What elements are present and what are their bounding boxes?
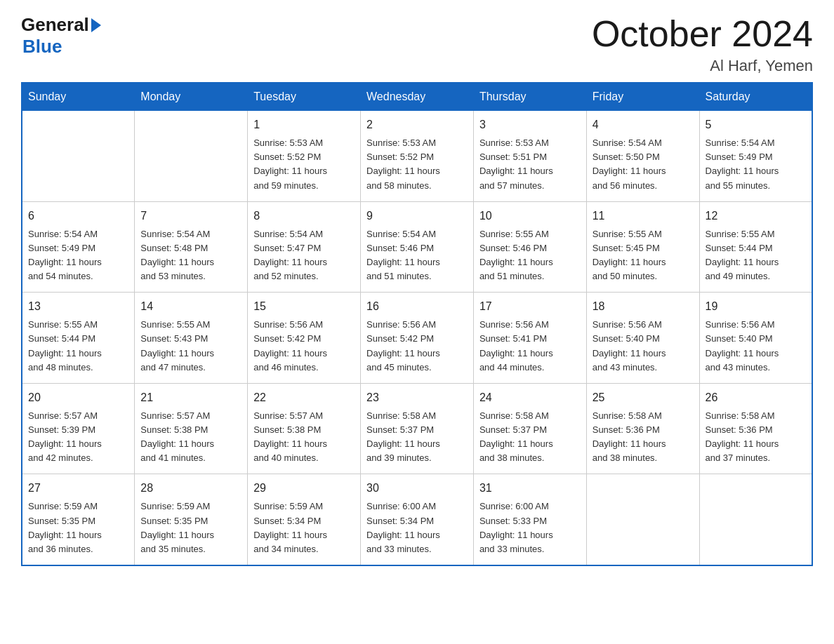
day-number: 2 [366,116,468,133]
day-number: 22 [253,389,355,406]
calendar-day-cell: 27Sunrise: 5:59 AM Sunset: 5:35 PM Dayli… [22,474,135,565]
calendar-day-cell: 3Sunrise: 5:53 AM Sunset: 5:51 PM Daylig… [473,111,586,202]
calendar-day-header: Wednesday [361,83,474,111]
calendar-week-row: 1Sunrise: 5:53 AM Sunset: 5:52 PM Daylig… [22,111,812,202]
day-number: 5 [706,116,806,133]
calendar-day-cell: 28Sunrise: 5:59 AM Sunset: 5:35 PM Dayli… [135,474,248,565]
day-number: 13 [28,298,128,315]
day-number: 26 [706,389,806,406]
day-info: Sunrise: 5:59 AM Sunset: 5:35 PM Dayligh… [140,499,241,556]
calendar-day-cell: 10Sunrise: 5:55 AM Sunset: 5:46 PM Dayli… [473,201,586,293]
calendar-day-cell: 21Sunrise: 5:57 AM Sunset: 5:38 PM Dayli… [135,383,248,474]
day-number: 3 [479,116,581,133]
logo: General Blue [21,14,101,58]
calendar-day-cell: 17Sunrise: 5:56 AM Sunset: 5:41 PM Dayli… [473,293,586,384]
day-info: Sunrise: 5:55 AM Sunset: 5:46 PM Dayligh… [479,227,581,284]
location-title: Al Harf, Yemen [592,57,813,75]
calendar-day-cell [22,111,135,202]
calendar-day-header: Tuesday [248,83,361,111]
day-number: 1 [253,116,355,133]
month-title: October 2024 [592,14,813,54]
calendar-day-cell: 1Sunrise: 5:53 AM Sunset: 5:52 PM Daylig… [248,111,361,202]
day-number: 7 [140,208,241,224]
calendar-day-cell: 25Sunrise: 5:58 AM Sunset: 5:36 PM Dayli… [586,383,699,474]
day-info: Sunrise: 5:58 AM Sunset: 5:36 PM Dayligh… [706,409,806,466]
calendar-day-cell [135,111,248,202]
day-info: Sunrise: 5:54 AM Sunset: 5:47 PM Dayligh… [253,227,355,284]
logo-general-text: General [21,14,89,36]
day-info: Sunrise: 5:55 AM Sunset: 5:44 PM Dayligh… [706,227,806,284]
day-number: 17 [479,298,581,315]
calendar-day-cell: 15Sunrise: 5:56 AM Sunset: 5:42 PM Dayli… [248,293,361,384]
day-info: Sunrise: 6:00 AM Sunset: 5:33 PM Dayligh… [479,499,581,556]
calendar-day-cell: 12Sunrise: 5:55 AM Sunset: 5:44 PM Dayli… [699,201,812,293]
day-number: 27 [28,480,128,497]
day-number: 8 [253,208,355,224]
title-section: October 2024 Al Harf, Yemen [592,14,813,75]
calendar-day-cell: 18Sunrise: 5:56 AM Sunset: 5:40 PM Dayli… [586,293,699,384]
day-info: Sunrise: 5:56 AM Sunset: 5:40 PM Dayligh… [593,318,694,375]
calendar-day-cell: 20Sunrise: 5:57 AM Sunset: 5:39 PM Dayli… [22,383,135,474]
day-number: 20 [28,389,128,406]
calendar-day-cell: 24Sunrise: 5:58 AM Sunset: 5:37 PM Dayli… [473,383,586,474]
day-info: Sunrise: 5:55 AM Sunset: 5:44 PM Dayligh… [28,318,128,375]
day-number: 11 [593,208,694,224]
page-header: General Blue October 2024 Al Harf, Yemen [21,14,813,75]
day-number: 12 [706,208,806,224]
day-info: Sunrise: 5:58 AM Sunset: 5:37 PM Dayligh… [366,409,468,466]
day-number: 16 [366,298,468,315]
day-info: Sunrise: 5:54 AM Sunset: 5:49 PM Dayligh… [28,227,128,284]
day-number: 10 [479,208,581,224]
day-number: 9 [366,208,468,224]
calendar-day-header: Monday [135,83,248,111]
day-number: 19 [706,298,806,315]
day-number: 18 [593,298,694,315]
calendar-day-cell [586,474,699,565]
day-number: 24 [479,389,581,406]
day-info: Sunrise: 5:54 AM Sunset: 5:50 PM Dayligh… [593,136,694,193]
day-info: Sunrise: 5:56 AM Sunset: 5:40 PM Dayligh… [706,318,806,375]
calendar-day-cell: 26Sunrise: 5:58 AM Sunset: 5:36 PM Dayli… [699,383,812,474]
calendar-day-cell [699,474,812,565]
calendar-week-row: 27Sunrise: 5:59 AM Sunset: 5:35 PM Dayli… [22,474,812,565]
day-number: 4 [593,116,694,133]
day-info: Sunrise: 6:00 AM Sunset: 5:34 PM Dayligh… [366,499,468,556]
calendar-day-cell: 8Sunrise: 5:54 AM Sunset: 5:47 PM Daylig… [248,201,361,293]
day-info: Sunrise: 5:57 AM Sunset: 5:38 PM Dayligh… [140,409,241,466]
calendar-day-cell: 14Sunrise: 5:55 AM Sunset: 5:43 PM Dayli… [135,293,248,384]
day-info: Sunrise: 5:54 AM Sunset: 5:49 PM Dayligh… [706,136,806,193]
day-number: 25 [593,389,694,406]
day-info: Sunrise: 5:53 AM Sunset: 5:51 PM Dayligh… [479,136,581,193]
day-number: 31 [479,480,581,497]
calendar-day-cell: 30Sunrise: 6:00 AM Sunset: 5:34 PM Dayli… [361,474,474,565]
calendar-header-row: SundayMondayTuesdayWednesdayThursdayFrid… [22,83,812,111]
day-info: Sunrise: 5:53 AM Sunset: 5:52 PM Dayligh… [253,136,355,193]
day-number: 28 [140,480,241,497]
day-number: 30 [366,480,468,497]
day-number: 21 [140,389,241,406]
calendar-day-cell: 23Sunrise: 5:58 AM Sunset: 5:37 PM Dayli… [361,383,474,474]
day-info: Sunrise: 5:56 AM Sunset: 5:41 PM Dayligh… [479,318,581,375]
calendar-table: SundayMondayTuesdayWednesdayThursdayFrid… [21,82,813,566]
day-info: Sunrise: 5:57 AM Sunset: 5:39 PM Dayligh… [28,409,128,466]
day-info: Sunrise: 5:58 AM Sunset: 5:37 PM Dayligh… [479,409,581,466]
logo-blue-text: Blue [22,36,101,58]
calendar-day-cell: 7Sunrise: 5:54 AM Sunset: 5:48 PM Daylig… [135,201,248,293]
day-number: 23 [366,389,468,406]
day-info: Sunrise: 5:57 AM Sunset: 5:38 PM Dayligh… [253,409,355,466]
day-info: Sunrise: 5:59 AM Sunset: 5:35 PM Dayligh… [28,499,128,556]
calendar-day-header: Sunday [22,83,135,111]
day-info: Sunrise: 5:56 AM Sunset: 5:42 PM Dayligh… [253,318,355,375]
calendar-day-cell: 9Sunrise: 5:54 AM Sunset: 5:46 PM Daylig… [361,201,474,293]
calendar-day-cell: 13Sunrise: 5:55 AM Sunset: 5:44 PM Dayli… [22,293,135,384]
calendar-day-cell: 31Sunrise: 6:00 AM Sunset: 5:33 PM Dayli… [473,474,586,565]
calendar-week-row: 13Sunrise: 5:55 AM Sunset: 5:44 PM Dayli… [22,293,812,384]
logo-arrow-icon [91,18,101,32]
calendar-day-header: Friday [586,83,699,111]
calendar-day-cell: 29Sunrise: 5:59 AM Sunset: 5:34 PM Dayli… [248,474,361,565]
calendar-day-cell: 2Sunrise: 5:53 AM Sunset: 5:52 PM Daylig… [361,111,474,202]
day-info: Sunrise: 5:54 AM Sunset: 5:46 PM Dayligh… [366,227,468,284]
calendar-day-cell: 22Sunrise: 5:57 AM Sunset: 5:38 PM Dayli… [248,383,361,474]
calendar-day-header: Saturday [699,83,812,111]
calendar-day-cell: 4Sunrise: 5:54 AM Sunset: 5:50 PM Daylig… [586,111,699,202]
